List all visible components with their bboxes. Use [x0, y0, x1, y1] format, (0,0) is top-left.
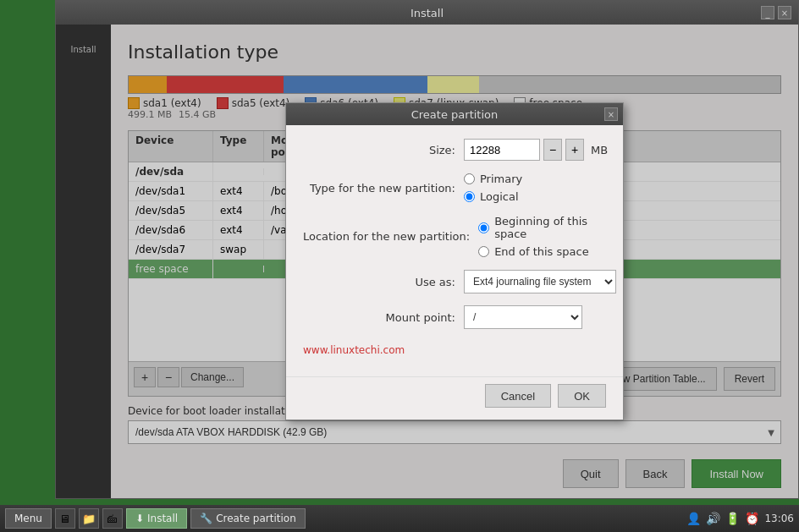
size-label: Size:: [303, 144, 455, 156]
use-as-label: Use as:: [303, 276, 455, 288]
size-decrease-button[interactable]: −: [543, 139, 562, 161]
use-as-row: Use as: Ext4 journaling file system: [303, 270, 606, 293]
dialog-body: Size: − + MB Type for the new partition:: [286, 125, 623, 376]
watermark: www.linuxtechi.com: [303, 341, 606, 363]
taskbar-icon-3[interactable]: 🖮: [102, 508, 123, 529]
taskbar-menu-button[interactable]: Menu: [5, 508, 52, 529]
taskbar-time: 13:06: [764, 513, 794, 524]
type-row: Type for the new partition: Primary Logi…: [303, 173, 606, 203]
taskbar: Menu 🖥 📁 🖮 ⬇ Install 🔧 Create partition …: [0, 505, 799, 532]
use-as-control: Ext4 journaling file system: [464, 270, 616, 293]
sidebar: Install: [56, 25, 111, 498]
minimize-button[interactable]: _: [761, 6, 774, 19]
use-as-select[interactable]: Ext4 journaling file system: [464, 270, 616, 293]
dialog-close-button[interactable]: ×: [604, 107, 618, 121]
type-label: Type for the new partition:: [303, 182, 455, 195]
location-label: Location for the new partition:: [303, 230, 470, 243]
dialog-overlay: Create partition × Size: − + MB: [111, 25, 798, 498]
taskbar-app-create-partition[interactable]: 🔧 Create partition: [190, 508, 306, 529]
mount-point-control: /: [464, 305, 606, 329]
type-primary-radio[interactable]: [464, 173, 475, 184]
dialog-titlebar: Create partition ×: [286, 103, 623, 125]
taskbar-menu-label: Menu: [14, 513, 42, 524]
volume-icon[interactable]: 🔊: [706, 512, 720, 525]
window-controls: _ ×: [761, 6, 791, 19]
network-icon[interactable]: 👤: [686, 512, 701, 525]
location-control: Beginning of this space End of this spac…: [478, 215, 606, 258]
battery-icon[interactable]: 🔋: [725, 512, 740, 525]
close-button[interactable]: ×: [778, 6, 791, 19]
size-unit: MB: [591, 144, 608, 156]
type-logical-radio[interactable]: [464, 191, 475, 202]
size-increase-button[interactable]: +: [565, 139, 584, 161]
taskbar-app-install-icon: ⬇: [135, 513, 144, 524]
taskbar-right: 👤 🔊 🔋 ⏰ 13:06: [686, 512, 794, 525]
location-end-option[interactable]: End of this space: [478, 245, 606, 258]
clock-icon: ⏰: [745, 512, 759, 525]
taskbar-app-create-icon: 🔧: [200, 513, 212, 524]
window-title: Install: [411, 7, 444, 19]
type-control: Primary Logical: [464, 173, 606, 203]
desktop: Install _ × Install Installation type: [0, 0, 799, 532]
location-radio-group: Beginning of this space End of this spac…: [478, 215, 606, 258]
location-beginning-label: Beginning of this space: [494, 215, 606, 240]
type-radio-group: Primary Logical: [464, 173, 522, 203]
mount-point-select[interactable]: /: [464, 305, 582, 329]
size-input[interactable]: [464, 139, 540, 161]
cancel-button[interactable]: Cancel: [485, 384, 551, 408]
location-end-label: End of this space: [494, 245, 589, 258]
create-partition-dialog: Create partition × Size: − + MB: [285, 102, 624, 420]
taskbar-app-install-label: Install: [147, 513, 178, 524]
mount-point-label: Mount point:: [303, 311, 455, 324]
ok-button[interactable]: OK: [558, 384, 606, 408]
install-window: Install _ × Install Installation type: [55, 0, 799, 499]
mount-point-row: Mount point: /: [303, 305, 606, 329]
taskbar-icon-1[interactable]: 🖥: [55, 508, 75, 529]
location-beginning-radio[interactable]: [478, 222, 489, 233]
dialog-title: Create partition: [411, 108, 499, 121]
taskbar-icon-2[interactable]: 📁: [79, 508, 99, 529]
taskbar-app-install[interactable]: ⬇ Install: [126, 508, 187, 529]
window-titlebar: Install _ ×: [56, 1, 798, 25]
type-primary-option[interactable]: Primary: [464, 173, 522, 185]
location-row: Location for the new partition: Beginnin…: [303, 215, 606, 258]
type-primary-label: Primary: [480, 173, 522, 185]
type-logical-label: Logical: [480, 190, 519, 203]
dialog-footer: Cancel OK: [286, 376, 623, 420]
size-control: − + MB: [464, 139, 608, 161]
location-beginning-option[interactable]: Beginning of this space: [478, 215, 606, 240]
sidebar-install-label: Install: [70, 45, 96, 54]
taskbar-app-create-label: Create partition: [216, 513, 296, 524]
location-end-radio[interactable]: [478, 246, 489, 257]
type-logical-option[interactable]: Logical: [464, 190, 522, 203]
size-row: Size: − + MB: [303, 139, 606, 161]
